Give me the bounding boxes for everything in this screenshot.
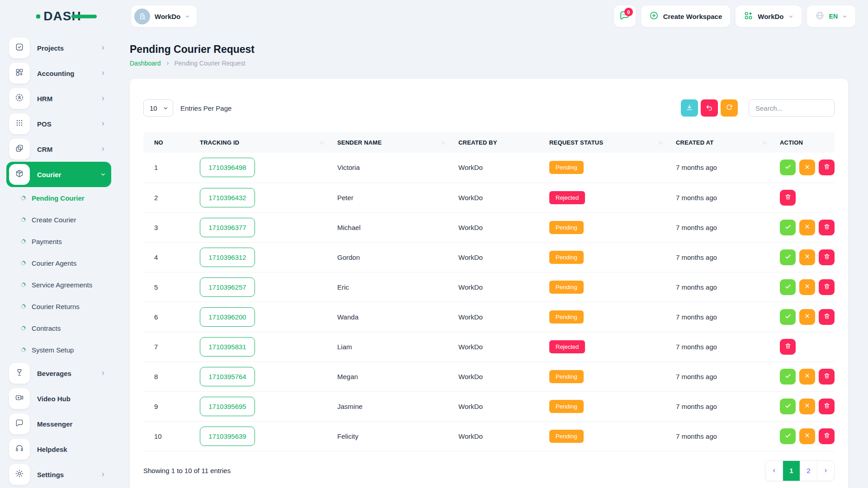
table-row: 3 1710396377 Michael WorkDo Pending 7 mo… bbox=[143, 212, 835, 242]
approve-button[interactable] bbox=[780, 369, 796, 385]
column-header-created-at[interactable]: CREATED AT ↑↓ bbox=[676, 132, 780, 153]
tracking-id-button[interactable]: 1710395639 bbox=[200, 427, 255, 446]
check-icon bbox=[784, 283, 792, 291]
sidebar-item-beverages[interactable]: Beverages bbox=[6, 361, 111, 386]
tracking-id-button[interactable]: 1710396377 bbox=[200, 218, 255, 237]
workspace-selector[interactable]: WorkDo bbox=[131, 5, 197, 27]
tracking-id-button[interactable]: 1710396257 bbox=[200, 277, 255, 297]
delete-button[interactable] bbox=[819, 220, 835, 235]
sidebar-subitem-service-agreements[interactable]: Service Agreements bbox=[6, 274, 111, 296]
sort-icon[interactable]: ↑↓ bbox=[441, 140, 445, 145]
sidebar-subitem-create-courier[interactable]: Create Courier bbox=[6, 209, 111, 230]
workspace-avatar bbox=[134, 9, 150, 24]
x-icon bbox=[804, 223, 811, 231]
bullet-icon bbox=[21, 239, 26, 244]
cell-created-by: WorkDo bbox=[458, 421, 549, 451]
tracking-id-button[interactable]: 1710396200 bbox=[200, 307, 255, 327]
approve-button[interactable] bbox=[780, 160, 796, 175]
delete-button[interactable] bbox=[819, 279, 835, 295]
sidebar-item-pos[interactable]: POS bbox=[6, 111, 111, 136]
chevron-right-icon bbox=[100, 70, 106, 76]
sidebar-subitem-payments[interactable]: Payments bbox=[6, 230, 111, 252]
plus-circle-icon bbox=[649, 11, 659, 22]
cell-created-at: 7 months ago bbox=[676, 391, 780, 421]
reject-button[interactable] bbox=[799, 220, 815, 235]
sidebar-subitem-system-setup[interactable]: System Setup bbox=[6, 339, 111, 361]
column-header-tracking-id[interactable]: TRACKING ID ↑↓ bbox=[200, 132, 337, 153]
reject-button[interactable] bbox=[799, 309, 815, 325]
chevron-right-icon bbox=[100, 146, 106, 152]
sidebar-item-icon bbox=[15, 118, 24, 129]
delete-button[interactable] bbox=[819, 309, 835, 325]
previous-page-button[interactable] bbox=[765, 461, 783, 481]
delete-button[interactable] bbox=[819, 160, 835, 175]
sidebar-item-accounting[interactable]: Accounting bbox=[6, 61, 111, 86]
sidebar-item-helpdesk[interactable]: Helpdesk bbox=[6, 436, 111, 462]
next-page-button[interactable] bbox=[817, 461, 834, 481]
tracking-id-button[interactable]: 1710396432 bbox=[200, 188, 255, 207]
column-header-sender-name[interactable]: SENDER NAME ↑↓ bbox=[337, 132, 458, 153]
search-input[interactable] bbox=[749, 99, 835, 117]
sidebar-item-messenger[interactable]: Messenger bbox=[6, 411, 111, 436]
reject-button[interactable] bbox=[799, 249, 815, 265]
sidebar-item-settings[interactable]: Settings bbox=[6, 462, 111, 487]
sort-icon[interactable]: ↑↓ bbox=[762, 140, 766, 145]
messages-button[interactable]: 0 bbox=[614, 5, 636, 27]
sidebar-item-icon bbox=[15, 393, 24, 404]
sidebar-item-hrm[interactable]: HRM bbox=[6, 86, 111, 111]
sidebar-item-label: Settings bbox=[37, 471, 93, 479]
approve-button[interactable] bbox=[780, 220, 796, 235]
approve-button[interactable] bbox=[780, 249, 796, 265]
create-workspace-button[interactable]: Create Workspace bbox=[641, 5, 731, 27]
approve-button[interactable] bbox=[780, 309, 796, 325]
sidebar-subitem-contracts[interactable]: Contracts bbox=[6, 317, 111, 339]
table-row: 2 1710396432 Peter WorkDo Rejected 7 mon… bbox=[143, 183, 835, 212]
workdo-menu-button[interactable]: WorkDo bbox=[736, 5, 801, 27]
tracking-id-button[interactable]: 1710395695 bbox=[200, 397, 255, 416]
column-header-no[interactable]: NO bbox=[143, 132, 200, 153]
chevron-left-icon bbox=[772, 467, 777, 474]
sidebar-item-video-hub[interactable]: Video Hub bbox=[6, 386, 111, 411]
column-header-action[interactable]: ACTION bbox=[780, 132, 835, 153]
column-header-request-status[interactable]: REQUEST STATUS ↑↓ bbox=[549, 132, 676, 153]
logo-bar-icon bbox=[71, 14, 97, 18]
sidebar-item-crm[interactable]: CRM bbox=[6, 136, 111, 162]
sort-icon[interactable]: ↑↓ bbox=[320, 140, 324, 145]
delete-button[interactable] bbox=[819, 249, 835, 265]
reject-button[interactable] bbox=[799, 279, 815, 295]
tracking-id-button[interactable]: 1710395764 bbox=[200, 367, 255, 386]
sidebar-item-projects[interactable]: Projects bbox=[6, 35, 111, 61]
approve-button[interactable] bbox=[780, 279, 796, 295]
approve-button[interactable] bbox=[780, 399, 796, 414]
chevron-down-icon bbox=[163, 106, 168, 111]
tracking-id-button[interactable]: 1710395831 bbox=[200, 337, 255, 357]
delete-button[interactable] bbox=[780, 190, 796, 206]
tracking-id-button[interactable]: 1710396498 bbox=[200, 158, 255, 177]
delete-button[interactable] bbox=[819, 369, 835, 385]
column-header-created-by[interactable]: CREATED BY bbox=[458, 132, 549, 153]
tracking-id-button[interactable]: 1710396312 bbox=[200, 248, 255, 267]
entries-per-page-select[interactable]: 10 bbox=[143, 99, 173, 117]
delete-button[interactable] bbox=[819, 428, 835, 444]
page-button-2[interactable]: 2 bbox=[800, 461, 817, 481]
reject-button[interactable] bbox=[799, 160, 815, 175]
refresh-toolbar-button[interactable] bbox=[721, 99, 738, 117]
reject-button[interactable] bbox=[799, 369, 815, 385]
language-button[interactable]: EN bbox=[807, 5, 855, 27]
delete-button[interactable] bbox=[819, 399, 835, 414]
undo-toolbar-button[interactable] bbox=[701, 99, 718, 117]
trash-icon bbox=[823, 283, 830, 291]
breadcrumb-dashboard-link[interactable]: Dashboard bbox=[130, 60, 161, 67]
x-icon bbox=[804, 313, 811, 321]
sidebar-item-courier[interactable]: Courier bbox=[6, 162, 111, 187]
approve-button[interactable] bbox=[780, 428, 796, 444]
delete-button[interactable] bbox=[780, 339, 796, 355]
sidebar-subitem-courier-returns[interactable]: Courier Returns bbox=[6, 296, 111, 317]
page-button-1[interactable]: 1 bbox=[783, 461, 800, 481]
export-toolbar-button[interactable] bbox=[681, 99, 698, 117]
sort-icon[interactable]: ↑↓ bbox=[658, 140, 662, 145]
reject-button[interactable] bbox=[799, 399, 815, 414]
reject-button[interactable] bbox=[799, 428, 815, 444]
sidebar-subitem-courier-agents[interactable]: Courier Agents bbox=[6, 252, 111, 274]
sidebar-subitem-pending-courier[interactable]: Pending Courier bbox=[6, 187, 111, 209]
